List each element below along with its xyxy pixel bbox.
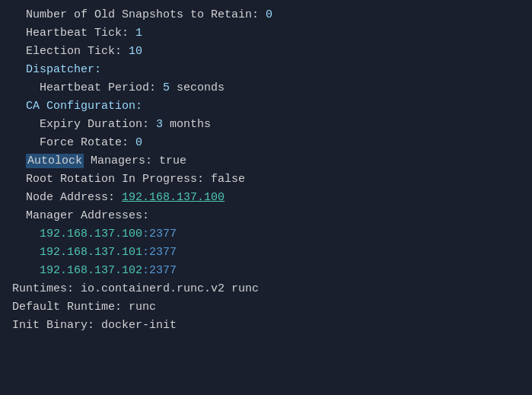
line-dispatcher: Dispatcher: <box>12 61 520 79</box>
line-heartbeat-period: Heartbeat Period: 5 seconds <box>12 79 520 97</box>
line-manager-addresses: Manager Addresses: <box>12 207 520 225</box>
line-force-rotate: Force Rotate: 0 <box>12 134 520 152</box>
code-display: Number of Old Snapshots to Retain: 0 Hea… <box>12 6 520 335</box>
line-heartbeat-tick: Heartbeat Tick: 1 <box>12 24 520 43</box>
line-mgr-addr-1: 192.168.137.100:2377 <box>12 225 520 244</box>
line-old-snapshots: Number of Old Snapshots to Retain: 0 <box>12 6 520 24</box>
line-init-binary: Init Binary: docker-init <box>12 317 520 335</box>
line-autolock: Autolock Managers: true <box>12 152 520 170</box>
line-election-tick: Election Tick: 10 <box>12 43 520 61</box>
line-node-address: Node Address: 192.168.137.100 <box>12 189 520 207</box>
line-root-rotation: Root Rotation In Progress: false <box>12 170 520 189</box>
line-runtimes: Runtimes: io.containerd.runc.v2 runc <box>12 280 520 298</box>
line-default-runtime: Default Runtime: runc <box>12 298 520 317</box>
line-mgr-addr-2: 192.168.137.101:2377 <box>12 244 520 262</box>
line-ca-config: CA Configuration: <box>12 97 520 116</box>
line-mgr-addr-3: 192.168.137.102:2377 <box>12 262 520 280</box>
line-expiry: Expiry Duration: 3 months <box>12 116 520 134</box>
